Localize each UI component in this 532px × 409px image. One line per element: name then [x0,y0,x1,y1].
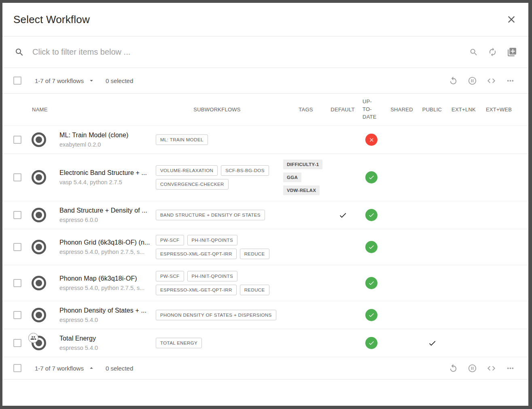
row-checkbox[interactable] [13,311,21,319]
table-row[interactable]: ML: Train Model (clone)exabyteml 0.2.0ML… [2,126,528,154]
workflow-radio-icon[interactable] [32,308,46,322]
chevron-down-icon[interactable] [88,77,95,84]
row-checkbox[interactable] [13,136,21,144]
row-select-cell [2,243,25,251]
more-horiz-icon[interactable] [506,76,515,85]
row-checkbox[interactable] [13,339,21,347]
select-all-checkbox[interactable] [13,364,21,372]
row-select-cell [2,311,25,319]
subworkflow-chip: PW-SCF [156,271,184,281]
up-to-date-cell [357,171,386,183]
subworkflow-chip: ESPRESSO-XML-GET-QPT-IRR [156,285,237,295]
workflow-radio-icon[interactable] [32,240,46,254]
up-to-date-ok-icon [365,209,377,221]
radio-dot [36,174,42,181]
workflow-title: Band Structure + Density of ... [59,207,152,214]
up-to-date-ok-icon [365,277,377,289]
up-to-date-ok-icon [365,309,377,321]
close-icon[interactable] [506,14,517,25]
pause-circle-icon[interactable] [468,364,477,373]
subworkflow-chip: REDUCE [240,285,269,295]
subworkflow-chip: TOTAL ENERGY [156,338,202,348]
tags-cell: DIFFICULTY-1GGAVDW-RELAX [283,160,329,195]
workflow-radio-icon[interactable] [32,132,46,147]
radio-dot [36,136,42,143]
selected-count-label: 0 selected [106,77,133,84]
search-icon[interactable] [469,48,478,57]
pagination-range-label[interactable]: 1-7 of 7 workflows [35,77,84,84]
workflow-subtitle: espresso 5.4.0 [59,317,152,323]
toolbar-actions [449,364,515,373]
up-to-date-ok-icon [365,337,377,349]
chevron-up-icon[interactable] [88,364,95,372]
workflow-title: Phonon Grid (6k3q18i-OF) (n... [59,239,152,246]
subworkflow-chip: BAND STRUCTURE + DENSITY OF STATES [156,210,265,220]
filter-actions [469,47,517,57]
up-to-date-ok-icon [365,241,377,253]
tag-chip: GGA [283,173,301,182]
up-to-date-cell [357,277,386,289]
library-add-icon[interactable] [507,47,517,57]
subworkflows-cell: TOTAL ENERGY [156,338,283,348]
table-row[interactable]: Phonon Density of States + ...espresso 5… [2,301,528,329]
table-row[interactable]: Phonon Grid (6k3q18i-OF) (n...espresso 5… [2,229,528,265]
workflow-radio-icon[interactable] [32,208,46,222]
row-icon-cell [25,308,53,322]
workflow-name-cell: ML: Train Model (clone)exabyteml 0.2.0 [53,132,156,148]
row-checkbox[interactable] [13,173,21,181]
subworkflows-cell: ML: TRAIN MODEL [156,134,283,145]
code-icon[interactable] [487,364,496,373]
subworkflow-chip: ML: TRAIN MODEL [156,134,208,145]
tag-chip: DIFFICULTY-1 [283,160,322,169]
subworkflow-chip: SCF-BS-BG-DOS [221,165,269,176]
workflow-name-cell: Band Structure + Density of ...espresso … [53,207,156,223]
table-row[interactable]: Phonon Map (6k3q18i-OF)espresso 5.4.0, p… [2,265,528,301]
workflow-title: Electronic Band Structure + ... [59,169,152,177]
table-toolbar-bottom: 1-7 of 7 workflows 0 selected [2,357,528,379]
column-header-subworkflows: SUBWORKFLOWS [156,107,283,113]
default-check-icon [339,211,347,219]
workflow-radio-icon[interactable] [32,336,46,350]
workflow-name-cell: Phonon Map (6k3q18i-OF)espresso 5.4.0, p… [53,275,156,291]
row-select-cell [2,136,25,144]
refresh-icon[interactable] [488,47,497,57]
subworkflow-chip: CONVERGENCE-CHECKER [156,179,229,190]
table-toolbar-top: 1-7 of 7 workflows 0 selected [2,68,528,93]
dialog-bottom-padding [2,379,528,406]
more-horiz-icon[interactable] [506,364,515,373]
row-checkbox[interactable] [13,211,21,219]
row-icon-cell [25,240,53,254]
column-header-shared: SHARED [386,107,418,113]
column-header-ext-lnk: EXT+LNK [447,107,481,113]
undo-icon[interactable] [449,364,458,373]
public-check-icon [428,339,437,347]
table-row[interactable]: Total Energyespresso 5.4.0TOTAL ENERGY [2,329,528,357]
column-header-name: NAME [25,107,156,113]
row-icon-cell [25,276,53,290]
pause-circle-icon[interactable] [468,76,477,85]
column-header-ext-web: EXT+WEB [481,107,517,113]
undo-icon[interactable] [449,76,458,85]
row-checkbox[interactable] [13,243,21,251]
table-row[interactable]: Band Structure + Density of ...espresso … [2,201,528,229]
table-row[interactable]: Electronic Band Structure + ...vasp 5.4.… [2,154,528,201]
code-icon[interactable] [487,76,496,85]
workflow-radio-icon[interactable] [32,276,46,290]
search-input[interactable] [32,47,463,57]
select-all-checkbox[interactable] [13,77,21,85]
radio-dot [36,244,42,250]
radio-dot [36,212,42,218]
workflow-table-body: ML: Train Model (clone)exabyteml 0.2.0ML… [2,126,528,357]
pagination-range-label[interactable]: 1-7 of 7 workflows [35,365,84,372]
shared-group-badge-icon [28,333,38,343]
subworkflow-chip: VOLUME-RELAXATION [156,165,218,176]
subworkflows-cell: PW-SCFPH-INIT-QPOINTSESPRESSO-XML-GET-QP… [156,235,283,259]
table-header: NAME SUBWORKFLOWS TAGS DEFAULT UP-TO-DAT… [2,94,528,126]
subworkflow-chip: PH-INIT-QPOINTS [187,271,237,281]
column-header-public: PUBLIC [418,107,447,113]
subworkflow-chip: PHONON DENSITY OF STATES + DISPERSIONS [156,310,276,320]
workflow-radio-icon[interactable] [32,170,46,185]
row-icon-cell [25,132,53,147]
dialog-header: Select Workflow [2,3,528,36]
row-checkbox[interactable] [13,279,21,287]
